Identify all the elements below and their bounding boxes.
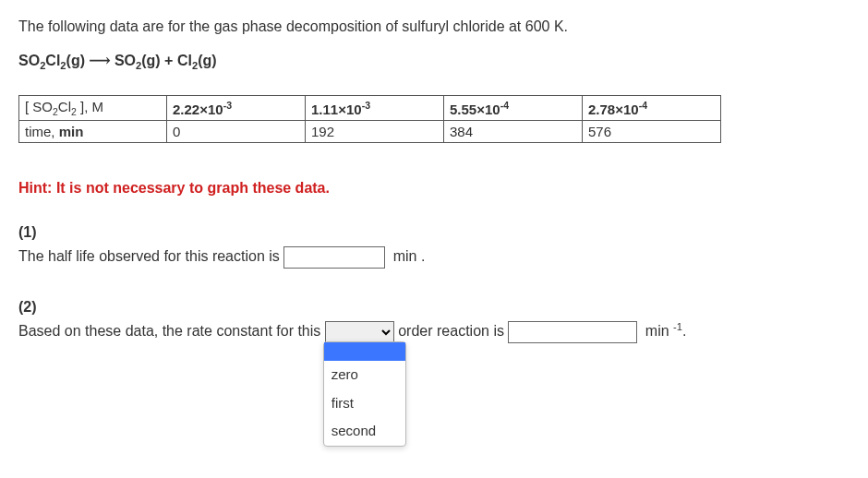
data-table: [ SO2Cl2 ], M 2.22×10-3 1.11×10-3 5.55×1…: [18, 95, 721, 143]
conc-2: 5.55×10-4: [444, 96, 583, 121]
part1-unit: min .: [393, 248, 426, 264]
part1-text-before: The half life observed for this reaction…: [18, 248, 283, 264]
dropdown-opt-blank[interactable]: [324, 342, 405, 361]
dropdown-opt-second[interactable]: second: [324, 417, 405, 446]
time-3: 576: [583, 121, 721, 143]
time-label: time, min: [19, 121, 167, 143]
time-2: 384: [444, 121, 583, 143]
rateconstant-input[interactable]: [508, 321, 637, 343]
order-select[interactable]: zero first second: [325, 321, 394, 343]
intro-text: The following data are for the gas phase…: [18, 18, 850, 35]
conc-0: 2.22×10-3: [167, 96, 306, 121]
equation-rhs: SO2(g) + Cl2(g): [115, 53, 217, 68]
halflife-input[interactable]: [283, 246, 385, 269]
equation-lhs: SO2Cl2(g): [18, 53, 85, 68]
reaction-equation: SO2Cl2(g) ⟶ SO2(g) + Cl2(g): [18, 52, 850, 71]
part1-label: (1): [18, 224, 850, 241]
conc-1: 1.11×10-3: [306, 96, 444, 121]
part2-question: Based on these data, the rate constant f…: [18, 317, 850, 346]
hint-text: Hint: It is not necessary to graph these…: [18, 180, 850, 197]
part2-text-mid: order reaction is: [398, 323, 508, 339]
time-1: 192: [306, 121, 444, 143]
dropdown-opt-zero[interactable]: zero: [324, 361, 405, 389]
concentration-label: [ SO2Cl2 ], M: [19, 96, 167, 121]
part1-question: The half life observed for this reaction…: [18, 243, 850, 270]
part2-label: (2): [18, 299, 850, 316]
part2-text-before: Based on these data, the rate constant f…: [18, 323, 325, 339]
order-dropdown-popup: zero first second: [323, 341, 406, 447]
dropdown-opt-first[interactable]: first: [324, 389, 405, 418]
conc-3: 2.78×10-4: [583, 96, 721, 121]
reaction-arrow: ⟶: [89, 52, 110, 69]
part2-unit: min -1.: [645, 323, 687, 339]
time-0: 0: [167, 121, 306, 143]
